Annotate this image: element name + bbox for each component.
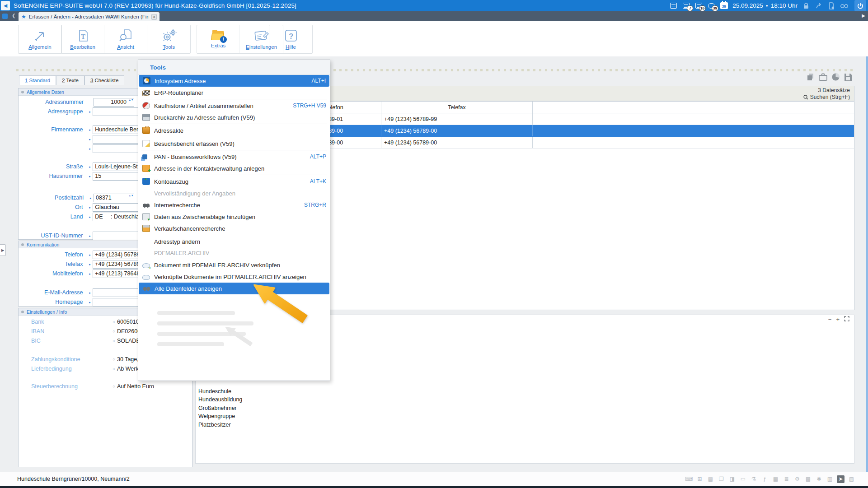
- flask-icon[interactable]: ⚗: [750, 475, 758, 483]
- tab-label: Erfassen / Ändern - Adressdaten WAWI Kun…: [29, 14, 149, 19]
- menu-extras[interactable]: ! Extras: [197, 25, 240, 53]
- menu-item-pdfmailer-verknuepfen[interactable]: Dokument mit PDFMAILER.ARCHIV verknüpfen: [138, 259, 330, 271]
- menu-item-kontoauszug[interactable]: Kontoauszug ALT+K: [138, 176, 330, 187]
- save-icon[interactable]: [844, 73, 852, 81]
- lock-icon[interactable]: [802, 2, 810, 10]
- menu-item-kontaktverwaltung-anlegen[interactable]: Adresse in der Kontaktverwaltung anlegen: [138, 163, 330, 174]
- chat-badge-icon[interactable]: 39: [707, 2, 715, 10]
- menu-ansicht[interactable]: Ansicht: [104, 25, 147, 53]
- tab-adressdaten[interactable]: ★ Erfassen / Ändern - Adressdaten WAWI K…: [19, 12, 160, 21]
- tools-dropdown-menu: Tools Infosystem Adresse ALT+I ERP-Route…: [138, 60, 330, 381]
- menu-separator: [141, 124, 327, 124]
- menu-separator: [141, 99, 327, 99]
- share-icon[interactable]: [815, 2, 823, 10]
- sales-opportunity-icon: [142, 225, 150, 232]
- calendar-icon[interactable]: ▥: [826, 475, 834, 483]
- steuerberechnung-label: Steuerberechnung: [20, 383, 111, 390]
- menu-item-internetrecherche[interactable]: Internetrecherche STRG+R: [138, 199, 330, 211]
- column-empty[interactable]: [533, 102, 854, 113]
- iban-label: IBAN: [20, 328, 111, 335]
- adressnummer-input[interactable]: [94, 98, 134, 107]
- spinner-icon[interactable]: ▲▼: [129, 194, 133, 197]
- telefon-label: Telefon: [20, 251, 86, 258]
- expand-icon[interactable]: +: [836, 316, 840, 323]
- purchase-history-icon: [142, 102, 150, 109]
- menu-bearbeiten[interactable]: T Bearbeiten: [61, 25, 104, 53]
- menu-item-pan-businessworkflows[interactable]: PAN - Businessworkflows (V59) ALT+P: [138, 151, 330, 163]
- power-icon[interactable]: [854, 0, 866, 11]
- menu-tools[interactable]: Tools: [147, 25, 190, 53]
- cloud-documents-icon: [142, 275, 150, 280]
- document-search-icon: [118, 29, 133, 42]
- menu-item-pdfmailer-anzeigen[interactable]: Verknüpfte Dokumente im PDFMAILER.ARCHIV…: [138, 271, 330, 283]
- card-icon[interactable]: ▧: [848, 475, 855, 483]
- menu-item-erp-routenplaner[interactable]: ERP-Routenplaner: [138, 87, 330, 98]
- tab-texte[interactable]: 2Texte: [56, 75, 84, 85]
- tab-close-icon[interactable]: x: [151, 14, 157, 20]
- maximize-icon[interactable]: [844, 316, 849, 323]
- cursor-icon[interactable]: ➤: [837, 475, 845, 483]
- tab-checkliste[interactable]: 3Checkliste: [84, 75, 124, 85]
- svg-text:T: T: [81, 33, 85, 40]
- pages-icon[interactable]: [806, 73, 815, 81]
- keyword-item: Großabnehmer: [198, 404, 242, 412]
- panel-check-icon[interactable]: [669, 2, 677, 10]
- calculator-icon[interactable]: ▤: [707, 475, 714, 483]
- status-icons: ⌨ ⊞ ▤ ❐ ◨ ▭ ⚗ ƒ ▦ ≣ ⚙ ▩ ✱ ▥ ➤ ▧: [685, 475, 855, 483]
- favorite-star-icon[interactable]: ★: [21, 14, 26, 20]
- window-icon[interactable]: ◨: [728, 475, 736, 483]
- fx-icon[interactable]: ƒ: [761, 475, 769, 483]
- table-badge-icon[interactable]: 16: [694, 2, 703, 10]
- lieferbedingung-value: Ab Werk: [117, 366, 139, 372]
- binoculars-icon[interactable]: [840, 2, 848, 10]
- menu-item-vervollstaendigung: Vervollständigung der Angaben: [138, 187, 330, 199]
- highlight-arrow-icon: [249, 283, 313, 325]
- menu-item-zwischenablage[interactable]: Daten aus Zwischenablage hinzufügen: [138, 211, 330, 223]
- menu-separator: [141, 137, 327, 137]
- content-area: 1Standard 2Texte 3Checkliste Allgemeine …: [0, 56, 868, 472]
- postleitzahl-input[interactable]: [94, 194, 134, 202]
- user-icon[interactable]: ⊞: [696, 475, 704, 483]
- menu-item-adresstyp-aendern[interactable]: Adresstyp ändern: [138, 236, 330, 247]
- menu-item-kaufhistorie[interactable]: Kaufhistorie / Artikel zusammenstellen S…: [138, 100, 330, 112]
- briefcase-icon[interactable]: [818, 73, 828, 81]
- tabs-scroll-left-icon[interactable]: ❮: [12, 13, 15, 18]
- tab-standard[interactable]: 1Standard: [19, 75, 56, 85]
- section-dot-icon: [21, 311, 24, 313]
- lock-icon[interactable]: ▭: [739, 475, 747, 483]
- collapse-icon[interactable]: −: [828, 316, 832, 323]
- menu-item-verkaufschancenrecherche[interactable]: Verkaufschancenrecherche: [138, 223, 330, 234]
- menu-item-druckarchiv[interactable]: Druckarchiv zu Adresse aufrufen (V59): [138, 112, 330, 123]
- menu-item-besuchsbericht[interactable]: Besuchsbericht erfassen (V59): [138, 138, 330, 149]
- book-icon[interactable]: ▦: [772, 475, 779, 483]
- list-icon[interactable]: ≣: [783, 475, 790, 483]
- route-flag-icon: [142, 90, 150, 96]
- keyboard-icon[interactable]: ⌨: [685, 475, 693, 483]
- side-panel-toggle[interactable]: ▶: [0, 244, 6, 256]
- calendar-icon[interactable]: 39: [720, 2, 728, 10]
- account-statement-icon: [142, 178, 150, 185]
- datetime: 25.09.2025 ● 18:10 Uhr: [732, 2, 798, 9]
- pages-icon[interactable]: ❐: [718, 475, 725, 483]
- binder-icon[interactable]: ▩: [804, 475, 812, 483]
- right-edge-strip: [866, 56, 868, 472]
- plugin-icon[interactable]: ✱: [815, 475, 823, 483]
- menu-allgemein[interactable]: Allgemein: [19, 25, 61, 53]
- menu-item-infosystem-adresse[interactable]: Infosystem Adresse ALT+I: [139, 75, 329, 87]
- column-telefax[interactable]: Telefax: [381, 102, 533, 113]
- document-star-icon[interactable]: [827, 2, 835, 10]
- grid-search[interactable]: Suchen (Strg+F): [803, 94, 850, 100]
- section-dot-icon: [21, 243, 24, 246]
- menu-hilfe[interactable]: ? Hilfe: [269, 25, 312, 53]
- list-badge-icon[interactable]: 7: [682, 2, 690, 10]
- spinner-icon[interactable]: ▲▼: [129, 98, 133, 102]
- gear-icon[interactable]: ⚙: [793, 475, 801, 483]
- menu-separator: [141, 235, 327, 235]
- app-square-icon: [2, 14, 8, 19]
- back-button[interactable]: ◀: [1, 1, 10, 10]
- tabs-scroll-right-icon[interactable]: ▶: [862, 13, 865, 18]
- tab-bar: ❮ ★ Erfassen / Ändern - Adressdaten WAWI…: [0, 11, 868, 21]
- menu-item-adressakte[interactable]: Adressakte: [138, 125, 330, 136]
- pie-chart-icon[interactable]: [831, 73, 840, 81]
- menu-separator: [141, 175, 327, 175]
